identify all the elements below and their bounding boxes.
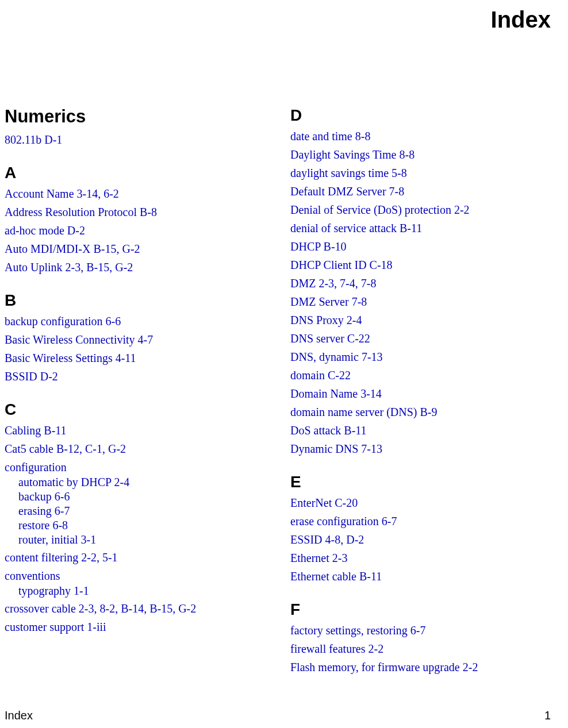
index-entry[interactable]: configuration <box>5 459 277 475</box>
index-entry[interactable]: Account Name 3-14, 6-2 <box>5 186 277 202</box>
index-entry[interactable]: 802.11b D-1 <box>5 132 277 148</box>
index-entry[interactable]: content filtering 2-2, 5-1 <box>5 549 277 565</box>
index-entry[interactable]: Address Resolution Protocol B-8 <box>5 204 277 220</box>
heading-d: D <box>290 106 562 125</box>
index-entry[interactable]: daylight savings time 5-8 <box>290 165 562 181</box>
index-entry[interactable]: Auto MDI/MDI-X B-15, G-2 <box>5 241 277 257</box>
index-entry[interactable]: DHCP B-10 <box>290 238 562 255</box>
index-entry[interactable]: backup configuration 6-6 <box>5 313 277 329</box>
index-entry[interactable]: erase configuration 6-7 <box>290 513 562 529</box>
index-entry[interactable]: domain name server (DNS) B-9 <box>290 404 562 420</box>
index-entry[interactable]: crossover cable 2-3, 8-2, B-14, B-15, G-… <box>5 600 277 617</box>
index-entry[interactable]: firewall features 2-2 <box>290 641 562 657</box>
index-subentry[interactable]: backup 6-6 <box>5 490 277 504</box>
index-entry[interactable]: Cat5 cable B-12, C-1, G-2 <box>5 441 277 457</box>
index-entry[interactable]: DNS, dynamic 7-13 <box>290 349 562 365</box>
index-subentry[interactable]: router, initial 3-1 <box>5 533 277 547</box>
index-entry[interactable]: Basic Wireless Connectivity 4-7 <box>5 332 277 348</box>
index-entry[interactable]: Ethernet 2-3 <box>290 550 562 566</box>
index-entry[interactable]: DMZ Server 7-8 <box>290 294 562 310</box>
footer-left: Index <box>5 709 33 722</box>
index-entry[interactable]: DoS attack B-11 <box>290 422 562 438</box>
index-entry[interactable]: Auto Uplink 2-3, B-15, G-2 <box>5 259 277 275</box>
index-entry[interactable]: Daylight Savings Time 8-8 <box>290 147 562 163</box>
index-entry[interactable]: customer support 1-iii <box>5 619 277 635</box>
index-subentry[interactable]: typography 1-1 <box>5 584 277 598</box>
heading-numerics: Numerics <box>5 106 277 127</box>
index-entry[interactable]: DMZ 2-3, 7-4, 7-8 <box>290 275 562 291</box>
footer: Index 1 <box>5 709 551 722</box>
heading-c: C <box>5 400 277 419</box>
index-entry[interactable]: DHCP Client ID C-18 <box>290 257 562 273</box>
heading-a: A <box>5 164 277 182</box>
index-entry[interactable]: Ethernet cable B-11 <box>290 568 562 584</box>
index-entry[interactable]: Dynamic DNS 7-13 <box>290 441 562 457</box>
index-entry[interactable]: Flash memory, for firmware upgrade 2-2 <box>290 659 562 675</box>
heading-b: B <box>5 291 277 310</box>
left-column: Numerics 802.11b D-1 A Account Name 3-14… <box>5 106 277 677</box>
index-subentry[interactable]: erasing 6-7 <box>5 504 277 518</box>
index-subentry[interactable]: automatic by DHCP 2-4 <box>5 475 277 490</box>
index-content: Numerics 802.11b D-1 A Account Name 3-14… <box>5 106 562 677</box>
index-entry[interactable]: Denial of Service (DoS) protection 2-2 <box>290 202 562 218</box>
index-entry[interactable]: domain C-22 <box>290 367 562 383</box>
index-entry[interactable]: factory settings, restoring 6-7 <box>290 622 562 638</box>
index-entry[interactable]: Default DMZ Server 7-8 <box>290 183 562 199</box>
index-entry[interactable]: ESSID 4-8, D-2 <box>290 531 562 548</box>
heading-f: F <box>290 600 562 619</box>
index-entry[interactable]: Basic Wireless Settings 4-11 <box>5 350 277 366</box>
index-entry[interactable]: DNS Proxy 2-4 <box>290 312 562 328</box>
index-subentry[interactable]: restore 6-8 <box>5 518 277 533</box>
index-entry[interactable]: denial of service attack B-11 <box>290 220 562 236</box>
index-entry[interactable]: BSSID D-2 <box>5 368 277 384</box>
heading-e: E <box>290 473 562 491</box>
right-column: D date and time 8-8 Daylight Savings Tim… <box>290 106 562 677</box>
index-entry[interactable]: date and time 8-8 <box>290 128 562 144</box>
index-entry[interactable]: Domain Name 3-14 <box>290 386 562 402</box>
index-entry[interactable]: DNS server C-22 <box>290 330 562 346</box>
footer-page-number: 1 <box>544 709 551 722</box>
index-entry[interactable]: ad-hoc mode D-2 <box>5 222 277 238</box>
index-entry[interactable]: conventions <box>5 568 277 584</box>
page-title: Index <box>491 7 551 33</box>
index-entry[interactable]: EnterNet C-20 <box>290 495 562 511</box>
index-entry[interactable]: Cabling B-11 <box>5 422 277 438</box>
